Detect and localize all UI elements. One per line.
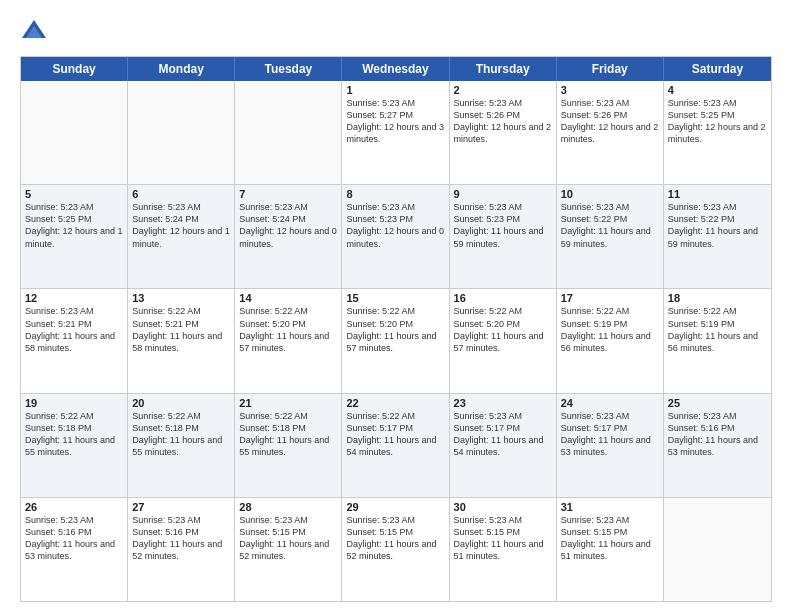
day-info: Sunrise: 5:23 AM Sunset: 5:15 PM Dayligh…	[346, 514, 444, 563]
calendar-cell	[664, 498, 771, 601]
day-info: Sunrise: 5:23 AM Sunset: 5:25 PM Dayligh…	[25, 201, 123, 250]
day-info: Sunrise: 5:23 AM Sunset: 5:16 PM Dayligh…	[25, 514, 123, 563]
day-number: 12	[25, 292, 123, 304]
weekday-header: Monday	[128, 57, 235, 81]
calendar-cell: 6Sunrise: 5:23 AM Sunset: 5:24 PM Daylig…	[128, 185, 235, 288]
day-info: Sunrise: 5:22 AM Sunset: 5:17 PM Dayligh…	[346, 410, 444, 459]
calendar-cell: 1Sunrise: 5:23 AM Sunset: 5:27 PM Daylig…	[342, 81, 449, 184]
calendar-cell: 18Sunrise: 5:22 AM Sunset: 5:19 PM Dayli…	[664, 289, 771, 392]
day-number: 3	[561, 84, 659, 96]
calendar-cell: 25Sunrise: 5:23 AM Sunset: 5:16 PM Dayli…	[664, 394, 771, 497]
calendar-cell: 17Sunrise: 5:22 AM Sunset: 5:19 PM Dayli…	[557, 289, 664, 392]
calendar-cell: 19Sunrise: 5:22 AM Sunset: 5:18 PM Dayli…	[21, 394, 128, 497]
day-number: 13	[132, 292, 230, 304]
day-info: Sunrise: 5:22 AM Sunset: 5:21 PM Dayligh…	[132, 305, 230, 354]
header	[20, 18, 772, 46]
day-info: Sunrise: 5:22 AM Sunset: 5:18 PM Dayligh…	[25, 410, 123, 459]
calendar-cell: 23Sunrise: 5:23 AM Sunset: 5:17 PM Dayli…	[450, 394, 557, 497]
weekday-header: Sunday	[21, 57, 128, 81]
day-number: 22	[346, 397, 444, 409]
calendar-cell	[128, 81, 235, 184]
day-info: Sunrise: 5:23 AM Sunset: 5:26 PM Dayligh…	[561, 97, 659, 146]
calendar-cell: 5Sunrise: 5:23 AM Sunset: 5:25 PM Daylig…	[21, 185, 128, 288]
day-info: Sunrise: 5:23 AM Sunset: 5:27 PM Dayligh…	[346, 97, 444, 146]
calendar-week: 5Sunrise: 5:23 AM Sunset: 5:25 PM Daylig…	[21, 185, 771, 289]
calendar-cell: 13Sunrise: 5:22 AM Sunset: 5:21 PM Dayli…	[128, 289, 235, 392]
calendar-cell: 8Sunrise: 5:23 AM Sunset: 5:23 PM Daylig…	[342, 185, 449, 288]
calendar-cell: 28Sunrise: 5:23 AM Sunset: 5:15 PM Dayli…	[235, 498, 342, 601]
calendar-cell: 20Sunrise: 5:22 AM Sunset: 5:18 PM Dayli…	[128, 394, 235, 497]
calendar-week: 19Sunrise: 5:22 AM Sunset: 5:18 PM Dayli…	[21, 394, 771, 498]
calendar-cell	[235, 81, 342, 184]
day-info: Sunrise: 5:23 AM Sunset: 5:23 PM Dayligh…	[346, 201, 444, 250]
calendar-cell: 21Sunrise: 5:22 AM Sunset: 5:18 PM Dayli…	[235, 394, 342, 497]
calendar-cell: 3Sunrise: 5:23 AM Sunset: 5:26 PM Daylig…	[557, 81, 664, 184]
day-info: Sunrise: 5:22 AM Sunset: 5:18 PM Dayligh…	[239, 410, 337, 459]
calendar-cell: 22Sunrise: 5:22 AM Sunset: 5:17 PM Dayli…	[342, 394, 449, 497]
day-info: Sunrise: 5:22 AM Sunset: 5:20 PM Dayligh…	[239, 305, 337, 354]
day-number: 18	[668, 292, 767, 304]
day-number: 23	[454, 397, 552, 409]
day-info: Sunrise: 5:23 AM Sunset: 5:22 PM Dayligh…	[561, 201, 659, 250]
day-number: 20	[132, 397, 230, 409]
day-number: 7	[239, 188, 337, 200]
day-info: Sunrise: 5:23 AM Sunset: 5:23 PM Dayligh…	[454, 201, 552, 250]
day-info: Sunrise: 5:23 AM Sunset: 5:16 PM Dayligh…	[132, 514, 230, 563]
day-info: Sunrise: 5:23 AM Sunset: 5:17 PM Dayligh…	[561, 410, 659, 459]
calendar-cell: 27Sunrise: 5:23 AM Sunset: 5:16 PM Dayli…	[128, 498, 235, 601]
day-info: Sunrise: 5:22 AM Sunset: 5:20 PM Dayligh…	[454, 305, 552, 354]
weekday-header: Friday	[557, 57, 664, 81]
calendar-cell: 26Sunrise: 5:23 AM Sunset: 5:16 PM Dayli…	[21, 498, 128, 601]
calendar-cell: 11Sunrise: 5:23 AM Sunset: 5:22 PM Dayli…	[664, 185, 771, 288]
day-number: 30	[454, 501, 552, 513]
calendar-week: 1Sunrise: 5:23 AM Sunset: 5:27 PM Daylig…	[21, 81, 771, 185]
day-info: Sunrise: 5:23 AM Sunset: 5:22 PM Dayligh…	[668, 201, 767, 250]
day-number: 24	[561, 397, 659, 409]
day-info: Sunrise: 5:22 AM Sunset: 5:20 PM Dayligh…	[346, 305, 444, 354]
calendar-cell: 2Sunrise: 5:23 AM Sunset: 5:26 PM Daylig…	[450, 81, 557, 184]
day-number: 6	[132, 188, 230, 200]
day-info: Sunrise: 5:22 AM Sunset: 5:19 PM Dayligh…	[668, 305, 767, 354]
day-info: Sunrise: 5:23 AM Sunset: 5:16 PM Dayligh…	[668, 410, 767, 459]
calendar-cell: 10Sunrise: 5:23 AM Sunset: 5:22 PM Dayli…	[557, 185, 664, 288]
day-number: 16	[454, 292, 552, 304]
day-number: 21	[239, 397, 337, 409]
day-info: Sunrise: 5:23 AM Sunset: 5:17 PM Dayligh…	[454, 410, 552, 459]
day-number: 28	[239, 501, 337, 513]
day-info: Sunrise: 5:23 AM Sunset: 5:24 PM Dayligh…	[239, 201, 337, 250]
day-number: 25	[668, 397, 767, 409]
calendar-cell: 9Sunrise: 5:23 AM Sunset: 5:23 PM Daylig…	[450, 185, 557, 288]
day-info: Sunrise: 5:22 AM Sunset: 5:18 PM Dayligh…	[132, 410, 230, 459]
day-info: Sunrise: 5:23 AM Sunset: 5:15 PM Dayligh…	[454, 514, 552, 563]
calendar: SundayMondayTuesdayWednesdayThursdayFrid…	[20, 56, 772, 602]
calendar-cell: 12Sunrise: 5:23 AM Sunset: 5:21 PM Dayli…	[21, 289, 128, 392]
calendar-body: 1Sunrise: 5:23 AM Sunset: 5:27 PM Daylig…	[21, 81, 771, 601]
calendar-cell: 29Sunrise: 5:23 AM Sunset: 5:15 PM Dayli…	[342, 498, 449, 601]
day-number: 31	[561, 501, 659, 513]
weekday-header: Thursday	[450, 57, 557, 81]
calendar-cell: 4Sunrise: 5:23 AM Sunset: 5:25 PM Daylig…	[664, 81, 771, 184]
day-number: 9	[454, 188, 552, 200]
day-number: 10	[561, 188, 659, 200]
day-number: 5	[25, 188, 123, 200]
day-number: 29	[346, 501, 444, 513]
calendar-cell: 15Sunrise: 5:22 AM Sunset: 5:20 PM Dayli…	[342, 289, 449, 392]
weekday-header: Saturday	[664, 57, 771, 81]
day-number: 14	[239, 292, 337, 304]
calendar-cell: 16Sunrise: 5:22 AM Sunset: 5:20 PM Dayli…	[450, 289, 557, 392]
day-number: 19	[25, 397, 123, 409]
day-number: 1	[346, 84, 444, 96]
day-info: Sunrise: 5:23 AM Sunset: 5:25 PM Dayligh…	[668, 97, 767, 146]
day-number: 11	[668, 188, 767, 200]
calendar-cell	[21, 81, 128, 184]
logo-icon	[20, 18, 48, 46]
calendar-cell: 31Sunrise: 5:23 AM Sunset: 5:15 PM Dayli…	[557, 498, 664, 601]
calendar-week: 12Sunrise: 5:23 AM Sunset: 5:21 PM Dayli…	[21, 289, 771, 393]
day-number: 4	[668, 84, 767, 96]
calendar-header: SundayMondayTuesdayWednesdayThursdayFrid…	[21, 57, 771, 81]
day-number: 17	[561, 292, 659, 304]
weekday-header: Tuesday	[235, 57, 342, 81]
day-info: Sunrise: 5:23 AM Sunset: 5:15 PM Dayligh…	[239, 514, 337, 563]
day-number: 26	[25, 501, 123, 513]
calendar-cell: 24Sunrise: 5:23 AM Sunset: 5:17 PM Dayli…	[557, 394, 664, 497]
